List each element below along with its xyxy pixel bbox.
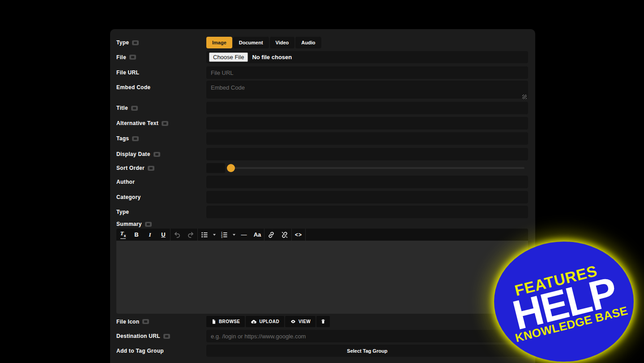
category-row: Category: [116, 191, 528, 203]
destination-url-input[interactable]: [206, 330, 528, 342]
alt-text-row: Alternative Text: [116, 117, 528, 130]
redo-icon: [187, 231, 194, 238]
tag-group-label: Add to Tag Group: [116, 348, 164, 354]
display-date-row: Display Date: [116, 148, 528, 160]
undo-icon: [174, 231, 181, 238]
sort-order-label: Sort Order: [116, 165, 145, 171]
help-video-icon[interactable]: [129, 55, 136, 60]
file-status-text: No file chosen: [252, 54, 292, 60]
help-video-icon[interactable]: [163, 334, 170, 339]
author-label: Author: [116, 179, 135, 185]
bullet-list-button[interactable]: [198, 229, 211, 241]
title-row: Title: [116, 102, 528, 114]
destination-url-label: Destination URL: [116, 333, 160, 339]
font-size-button[interactable]: Aa: [251, 229, 264, 241]
bullet-list-dropdown[interactable]: [211, 229, 218, 241]
sort-order-number-input[interactable]: [206, 163, 225, 173]
alt-text-input[interactable]: [206, 117, 528, 130]
unlink-button[interactable]: [278, 229, 291, 241]
file-row: File Choose File No file chosen: [116, 51, 528, 63]
help-video-icon[interactable]: [132, 136, 139, 141]
tab-video[interactable]: Video: [270, 37, 295, 48]
choose-file-button[interactable]: Choose File: [209, 52, 248, 62]
help-video-icon[interactable]: [162, 121, 168, 126]
summary-editor[interactable]: [116, 241, 528, 314]
embed-code-row: Embed Code: [116, 82, 528, 99]
numbered-list-button[interactable]: 123: [218, 229, 231, 241]
italic-button[interactable]: I: [143, 229, 157, 241]
alt-text-label: Alternative Text: [116, 120, 158, 126]
summary-editor-row: [116, 241, 528, 314]
file-url-label: File URL: [116, 69, 139, 76]
summary-label-row: Summary: [116, 220, 528, 228]
help-video-icon[interactable]: [154, 152, 160, 157]
file-icon-row: File Icon BROWSE UPLOAD VIEW: [116, 316, 528, 327]
tab-document[interactable]: Document: [233, 37, 269, 48]
type-label-wrap: Type: [116, 39, 206, 46]
type-tabs: Image Document Video Audio: [206, 37, 528, 48]
file-label: File: [116, 54, 126, 60]
eye-icon: [290, 319, 296, 324]
title-label: Title: [116, 105, 128, 111]
undo-button[interactable]: [171, 229, 184, 241]
trash-icon: [320, 319, 326, 324]
type-row: Type Image Document Video Audio: [116, 37, 528, 48]
tags-input[interactable]: [206, 132, 528, 145]
source-code-button[interactable]: <>: [292, 229, 305, 241]
tags-label: Tags: [116, 135, 129, 142]
file-url-input[interactable]: [206, 66, 528, 79]
tag-group-row: Add to Tag Group Select Tag Group: [116, 345, 528, 357]
tab-audio[interactable]: Audio: [295, 37, 321, 48]
help-video-icon[interactable]: [142, 319, 149, 324]
file-icon-label: File Icon: [116, 319, 139, 325]
slider-handle[interactable]: [227, 164, 235, 172]
tags-row: Tags: [116, 132, 528, 145]
link-button[interactable]: [264, 229, 278, 241]
type2-row: Type: [116, 206, 528, 218]
author-row: Author: [116, 176, 528, 188]
cloud-upload-icon: [251, 319, 257, 324]
help-video-icon[interactable]: [145, 222, 152, 227]
browse-button[interactable]: BROWSE: [206, 316, 245, 327]
numbered-list-dropdown[interactable]: [231, 229, 237, 241]
select-tag-group-button[interactable]: Select Tag Group: [206, 345, 528, 357]
category-input[interactable]: [206, 191, 528, 203]
bullet-list-icon: [201, 231, 208, 238]
redo-button[interactable]: [184, 229, 197, 241]
media-form-panel: Type Image Document Video Audio File Cho…: [110, 29, 535, 363]
help-video-icon[interactable]: [148, 166, 154, 171]
file-input[interactable]: Choose File No file chosen: [206, 51, 528, 63]
type2-input[interactable]: [206, 206, 528, 218]
type2-label: Type: [116, 209, 129, 215]
file-label-wrap: File: [116, 54, 206, 60]
title-input[interactable]: [206, 102, 528, 114]
slider-track[interactable]: [230, 167, 525, 169]
svg-text:3: 3: [221, 235, 222, 238]
summary-label: Summary: [116, 221, 142, 227]
summary-toolbar-row: Tx B I U 123: [116, 229, 528, 241]
horizontal-rule-button[interactable]: —: [237, 229, 251, 241]
bold-button[interactable]: B: [130, 229, 143, 241]
resize-grip-icon[interactable]: [522, 95, 527, 99]
help-video-icon[interactable]: [131, 106, 138, 111]
embed-code-textarea[interactable]: [206, 81, 528, 99]
unlink-icon: [281, 231, 288, 238]
clear-formatting-button[interactable]: Tx: [116, 229, 130, 241]
upload-button[interactable]: UPLOAD: [246, 316, 284, 327]
file-url-row: File URL: [116, 66, 528, 79]
display-date-input[interactable]: [206, 148, 528, 160]
richtext-toolbar: Tx B I U 123: [116, 229, 528, 241]
help-video-icon[interactable]: [132, 40, 139, 45]
delete-button[interactable]: [316, 316, 330, 327]
view-button[interactable]: VIEW: [285, 316, 316, 327]
link-icon: [268, 231, 275, 238]
underline-button[interactable]: U: [157, 229, 170, 241]
sort-order-slider[interactable]: [226, 163, 528, 173]
embed-code-label: Embed Code: [116, 84, 150, 91]
author-input[interactable]: [206, 176, 528, 188]
type-label: Type: [116, 39, 129, 46]
help-knowledge-base-badge[interactable]: FEATURES HELP KNOWLEDGE BASE: [494, 242, 634, 362]
sort-order-row: Sort Order: [116, 163, 528, 173]
destination-url-row: Destination URL: [116, 330, 528, 342]
tab-image[interactable]: Image: [206, 37, 232, 48]
